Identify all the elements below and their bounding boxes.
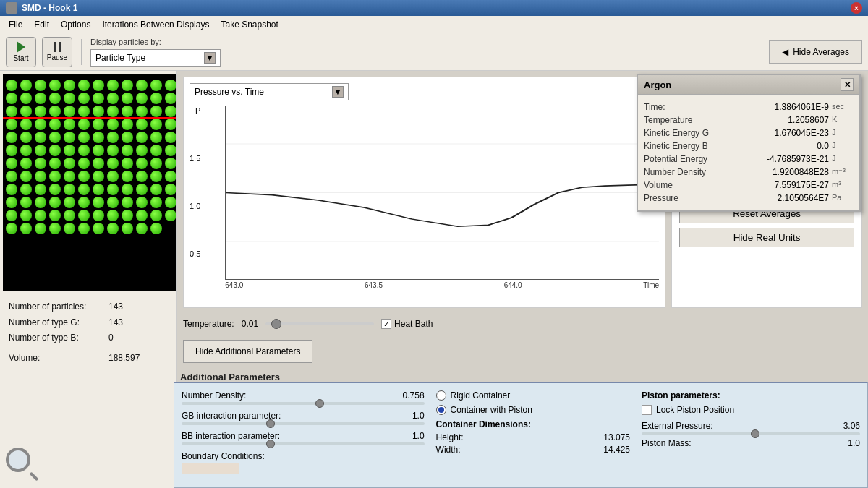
hide-additional-params-button[interactable]: Hide Additional Parameters bbox=[183, 340, 312, 363]
particle bbox=[49, 145, 61, 156]
particle bbox=[107, 106, 119, 117]
start-button[interactable]: Start bbox=[6, 37, 36, 67]
boundary-conditions-row: Boundary Conditions: bbox=[182, 451, 425, 474]
menu-edit[interactable]: Edit bbox=[28, 18, 55, 31]
bb-interaction-row: BB interaction parameter: 1.0 bbox=[182, 431, 425, 445]
particle bbox=[122, 132, 133, 143]
window-title: SMD - Hook 1 bbox=[22, 3, 77, 13]
particle bbox=[64, 106, 75, 117]
bb-interaction-slider[interactable] bbox=[182, 442, 425, 445]
particle bbox=[6, 184, 17, 195]
menu-snapshot[interactable]: Take Snapshot bbox=[215, 18, 284, 31]
particle bbox=[64, 210, 75, 221]
additional-params-panel: Additional Parameters Number Density: 0.… bbox=[174, 382, 868, 488]
display-by-section: Display particles by: Particle Type ▼ bbox=[90, 38, 221, 67]
rigid-container-radio[interactable]: Rigid Container bbox=[436, 390, 630, 401]
particle bbox=[20, 171, 32, 182]
menu-iterations[interactable]: Iterations Between Displays bbox=[96, 18, 215, 31]
particle bbox=[49, 184, 61, 195]
particle bbox=[35, 106, 46, 117]
x-axis-labels: 643.0 643.5 644.0 Time bbox=[225, 281, 659, 289]
particle bbox=[49, 119, 61, 130]
particle bbox=[122, 223, 133, 234]
argon-close-button[interactable]: ✕ bbox=[841, 78, 854, 91]
particle bbox=[93, 106, 104, 117]
particle bbox=[78, 184, 90, 195]
particle bbox=[150, 119, 162, 130]
particle bbox=[35, 210, 46, 221]
particle-type-dropdown[interactable]: Particle Type ▼ bbox=[90, 49, 221, 67]
particle bbox=[64, 223, 75, 234]
simulation-canvas bbox=[3, 74, 176, 291]
particle bbox=[93, 223, 104, 234]
particle bbox=[93, 184, 104, 195]
particle bbox=[78, 171, 90, 182]
particle bbox=[150, 184, 162, 195]
particle bbox=[93, 119, 104, 130]
particle bbox=[150, 132, 162, 143]
argon-panel-header: Argon ✕ bbox=[638, 75, 859, 95]
container-piston-radio[interactable]: Container with Piston bbox=[436, 405, 630, 415]
chart-container: Pressure vs. Time ▼ P 1.5 1.0 0.5 bbox=[183, 77, 665, 308]
particle bbox=[93, 197, 104, 208]
particle bbox=[64, 119, 75, 130]
particle bbox=[20, 119, 32, 130]
argon-row-potential: Potential Energy -4.7685973E-21 J bbox=[644, 153, 854, 166]
pause-button[interactable]: Pause bbox=[42, 37, 72, 67]
temperature-section: Temperature: 0.01 ✓ Heat Bath bbox=[183, 314, 862, 334]
display-by-label: Display particles by: bbox=[90, 38, 221, 46]
argon-table: Time: 1.3864061E-9 sec Temperature 1.205… bbox=[638, 95, 859, 210]
container-dimensions-section: Container Dimensions: Height: 13.075 Wid… bbox=[436, 419, 630, 455]
particle bbox=[107, 93, 119, 104]
hide-averages-button[interactable]: ◀ Hide Averages bbox=[769, 40, 862, 64]
particle bbox=[122, 119, 133, 130]
particle bbox=[150, 158, 162, 169]
magnifier-icon[interactable] bbox=[6, 448, 41, 482]
lock-piston-row[interactable]: Lock Piston Position bbox=[642, 405, 860, 415]
argon-row-kine-g: Kinetic Energy G 1.676045E-23 J bbox=[644, 127, 854, 140]
particle bbox=[6, 93, 17, 104]
main-content: Number of particles: 143 Number of type … bbox=[0, 71, 868, 488]
particle bbox=[165, 93, 176, 104]
particle bbox=[136, 184, 148, 195]
argon-title: Argon bbox=[644, 80, 671, 90]
particle bbox=[93, 171, 104, 182]
menu-file[interactable]: File bbox=[3, 18, 28, 31]
gb-interaction-slider[interactable] bbox=[182, 422, 425, 425]
lock-piston-checkbox[interactable] bbox=[642, 405, 652, 415]
temperature-slider[interactable] bbox=[265, 317, 374, 331]
particle bbox=[122, 106, 133, 117]
particle bbox=[93, 145, 104, 156]
particle bbox=[20, 223, 32, 234]
chart-type-dropdown[interactable]: Pressure vs. Time ▼ bbox=[190, 83, 349, 100]
particle bbox=[49, 210, 61, 221]
particle bbox=[107, 171, 119, 182]
heat-bath-checkbox[interactable]: ✓ Heat Bath bbox=[381, 319, 433, 329]
particle bbox=[6, 197, 17, 208]
number-density-slider[interactable] bbox=[182, 402, 425, 405]
particle bbox=[35, 184, 46, 195]
particle bbox=[64, 171, 75, 182]
close-button[interactable]: × bbox=[851, 2, 862, 14]
play-icon bbox=[17, 41, 25, 53]
particle bbox=[64, 145, 75, 156]
boundary-conditions-input[interactable] bbox=[182, 463, 239, 474]
particle bbox=[93, 210, 104, 221]
piston-col: Piston parameters: Lock Piston Position … bbox=[642, 390, 860, 480]
particle bbox=[78, 197, 90, 208]
chart-area bbox=[225, 106, 659, 280]
external-pressure-slider[interactable] bbox=[642, 432, 860, 435]
hide-real-units-button[interactable]: Hide Real Units bbox=[679, 228, 854, 247]
particle bbox=[49, 93, 61, 104]
particle bbox=[20, 145, 32, 156]
particle bbox=[107, 80, 119, 91]
particle bbox=[107, 210, 119, 221]
particle bbox=[35, 223, 46, 234]
menu-options[interactable]: Options bbox=[55, 18, 96, 31]
particle bbox=[165, 106, 176, 117]
particle bbox=[107, 223, 119, 234]
particle bbox=[78, 80, 90, 91]
particle bbox=[136, 132, 148, 143]
particle bbox=[20, 184, 32, 195]
particle bbox=[78, 132, 90, 143]
